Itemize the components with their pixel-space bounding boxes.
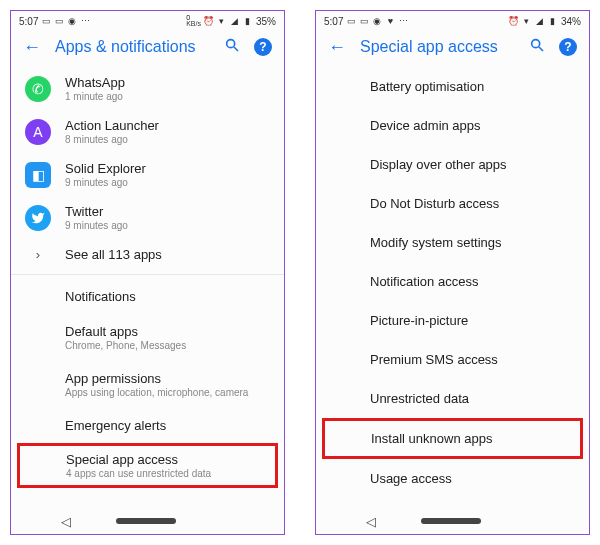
setting-title: Emergency alerts	[65, 418, 270, 433]
action-launcher-icon: A	[25, 119, 51, 145]
item-picture-in-picture[interactable]: Picture-in-picture	[316, 301, 589, 340]
svg-line-3	[539, 47, 543, 51]
see-all-label: See all 113 apps	[65, 247, 162, 262]
setting-sub: Chrome, Phone, Messages	[65, 340, 270, 351]
status-bar: 5:07 ▭ ▭ ◉ ♥ ⋯ ⏰ ▾ ◢ ▮ 34%	[316, 11, 589, 29]
page-title: Special app access	[360, 38, 515, 56]
twitter-icon	[25, 205, 51, 231]
item-display-over-other-apps[interactable]: Display over other apps	[316, 145, 589, 184]
see-all-apps[interactable]: › See all 113 apps	[11, 239, 284, 270]
status-bar: 5:07 ▭ ▭ ◉ ⋯ 0KB/s ⏰ ▾ ◢ ▮ 35%	[11, 11, 284, 29]
status-right: 0KB/s ⏰ ▾ ◢ ▮ 35%	[186, 15, 276, 28]
net-speed: 0KB/s	[186, 15, 201, 28]
search-icon[interactable]	[529, 37, 545, 57]
solid-explorer-icon: ◧	[25, 162, 51, 188]
nav-bar: ◁	[316, 508, 589, 534]
item-battery-optimisation[interactable]: Battery optimisation	[316, 67, 589, 106]
setting-sub: Apps using location, microphone, camera	[65, 387, 270, 398]
help-icon[interactable]: ?	[254, 38, 272, 56]
app-name: Action Launcher	[65, 118, 159, 133]
app-sub: 8 minutes ago	[65, 134, 159, 145]
item-device-admin-apps[interactable]: Device admin apps	[316, 106, 589, 145]
status-left: 5:07 ▭ ▭ ◉ ♥ ⋯	[324, 16, 408, 27]
setting-sub: 4 apps can use unrestricted data	[66, 468, 267, 479]
whatsapp-icon: ◉	[372, 16, 382, 26]
status-time: 5:07	[324, 16, 343, 27]
more-icon: ⋯	[398, 16, 408, 26]
item-notification-access[interactable]: Notification access	[316, 262, 589, 301]
nav-bar: ◁	[11, 508, 284, 534]
item-install-unknown-apps[interactable]: Install unknown apps	[322, 418, 583, 459]
setting-title: App permissions	[65, 371, 270, 386]
item-usage-access[interactable]: Usage access	[316, 459, 589, 498]
signal-icon: ◢	[230, 16, 240, 26]
svg-point-2	[532, 40, 540, 48]
nav-home-pill[interactable]	[116, 518, 176, 524]
app-row-solid-explorer[interactable]: ◧ Solid Explorer 9 minutes ago	[11, 153, 284, 196]
notification-icon: ▭	[54, 16, 64, 26]
divider	[11, 274, 284, 275]
back-icon[interactable]: ←	[328, 38, 346, 56]
app-name: Solid Explorer	[65, 161, 146, 176]
help-icon[interactable]: ?	[559, 38, 577, 56]
status-left: 5:07 ▭ ▭ ◉ ⋯	[19, 16, 90, 27]
nav-back-icon[interactable]: ◁	[61, 514, 71, 529]
app-row-whatsapp[interactable]: ✆ WhatsApp 1 minute ago	[11, 67, 284, 110]
search-icon[interactable]	[224, 37, 240, 57]
nav-back-icon[interactable]: ◁	[366, 514, 376, 529]
setting-app-permissions[interactable]: App permissions Apps using location, mic…	[11, 361, 284, 408]
app-bar: ← Apps & notifications ?	[11, 29, 284, 67]
content: Battery optimisation Device admin apps D…	[316, 67, 589, 508]
notification-icon: ▭	[346, 16, 356, 26]
battery-icon: ▮	[243, 16, 253, 26]
twitter-icon: ♥	[385, 16, 395, 26]
chevron-right-icon: ›	[25, 247, 51, 262]
setting-special-app-access[interactable]: Special app access 4 apps can use unrest…	[17, 443, 278, 488]
status-time: 5:07	[19, 16, 38, 27]
page-title: Apps & notifications	[55, 38, 210, 56]
battery-percent: 34%	[561, 16, 581, 27]
battery-icon: ▮	[548, 16, 558, 26]
wifi-icon: ▾	[217, 16, 227, 26]
alarm-icon: ⏰	[509, 16, 519, 26]
content: ✆ WhatsApp 1 minute ago A Action Launche…	[11, 67, 284, 508]
app-name: WhatsApp	[65, 75, 125, 90]
item-unrestricted-data[interactable]: Unrestricted data	[316, 379, 589, 418]
battery-percent: 35%	[256, 16, 276, 27]
signal-icon: ◢	[535, 16, 545, 26]
setting-title: Notifications	[65, 289, 270, 304]
app-sub: 9 minutes ago	[65, 177, 146, 188]
status-right: ⏰ ▾ ◢ ▮ 34%	[509, 16, 581, 27]
item-modify-system-settings[interactable]: Modify system settings	[316, 223, 589, 262]
app-row-action-launcher[interactable]: A Action Launcher 8 minutes ago	[11, 110, 284, 153]
phone-right: 5:07 ▭ ▭ ◉ ♥ ⋯ ⏰ ▾ ◢ ▮ 34% ← Special app…	[315, 10, 590, 535]
back-icon[interactable]: ←	[23, 38, 41, 56]
notification-icon: ▭	[359, 16, 369, 26]
whatsapp-icon: ✆	[25, 76, 51, 102]
alarm-icon: ⏰	[204, 16, 214, 26]
app-row-twitter[interactable]: Twitter 9 minutes ago	[11, 196, 284, 239]
item-vr-helper-services[interactable]: VR helper services	[316, 498, 589, 508]
setting-notifications[interactable]: Notifications	[11, 279, 284, 314]
svg-point-0	[227, 40, 235, 48]
setting-emergency-alerts[interactable]: Emergency alerts	[11, 408, 284, 443]
phone-left: 5:07 ▭ ▭ ◉ ⋯ 0KB/s ⏰ ▾ ◢ ▮ 35% ← Apps & …	[10, 10, 285, 535]
svg-line-1	[234, 47, 238, 51]
app-sub: 1 minute ago	[65, 91, 125, 102]
nav-home-pill[interactable]	[421, 518, 481, 524]
more-icon: ⋯	[80, 16, 90, 26]
app-sub: 9 minutes ago	[65, 220, 128, 231]
whatsapp-icon: ◉	[67, 16, 77, 26]
app-bar: ← Special app access ?	[316, 29, 589, 67]
app-name: Twitter	[65, 204, 128, 219]
setting-title: Default apps	[65, 324, 270, 339]
item-do-not-disturb-access[interactable]: Do Not Disturb access	[316, 184, 589, 223]
notification-icon: ▭	[41, 16, 51, 26]
wifi-icon: ▾	[522, 16, 532, 26]
setting-default-apps[interactable]: Default apps Chrome, Phone, Messages	[11, 314, 284, 361]
setting-title: Special app access	[66, 452, 267, 467]
item-premium-sms-access[interactable]: Premium SMS access	[316, 340, 589, 379]
